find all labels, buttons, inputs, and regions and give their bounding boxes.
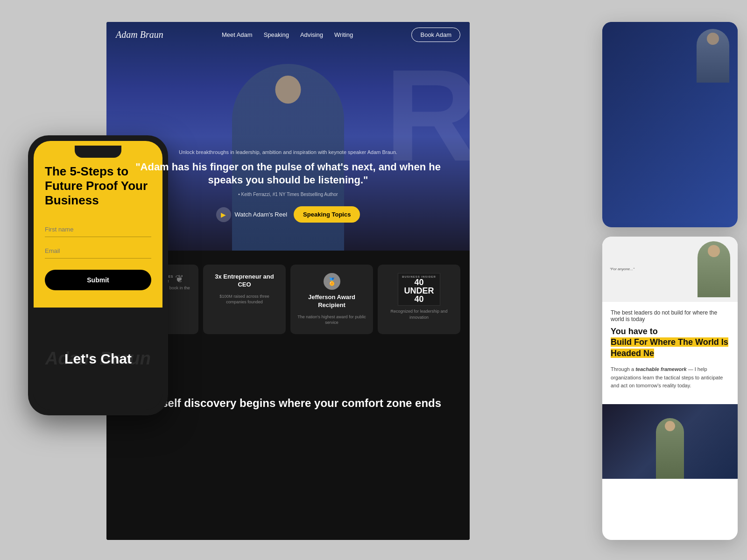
right-bottom-image: "For anyone..."	[602, 237, 738, 302]
bottom-quote: True self discovery begins where your co…	[125, 395, 451, 411]
stage-speaker-wrap	[656, 418, 684, 479]
right-bottom-subtitle: The best leaders do not build for where …	[611, 309, 729, 322]
hero-quote: "Adam has his finger on the pulse of wha…	[134, 161, 442, 187]
play-icon: ▶	[216, 207, 231, 222]
phone-email-input[interactable]	[45, 244, 151, 259]
entrepreneur-subtitle: $100M raised across three companies foun…	[210, 294, 279, 305]
nav-speaking[interactable]: Speaking	[264, 31, 289, 38]
right-panel-bottom: "For anyone..." The best leaders do not …	[602, 237, 738, 540]
hero-tagline: Unlock breakthroughs in leadership, ambi…	[134, 149, 442, 155]
right-bottom-image2: brn	[602, 404, 738, 479]
phone-submit-button[interactable]: Submit	[45, 270, 151, 290]
speaking-topics-button[interactable]: Speaking Topics	[294, 206, 360, 223]
hero-section: R Unlock breakthroughs in leadership, am…	[106, 22, 470, 251]
achievement-forty: BUSINESS INSIDER 40UNDER40 Recognized fo…	[378, 265, 460, 334]
jefferson-title: Jefferson Award Recipient	[297, 294, 366, 309]
achievement-entrepreneur: 3x Entrepreneur and CEO $100M raised acr…	[203, 265, 286, 334]
right-bottom-heading: You have to Build For Where The World Is…	[611, 326, 729, 359]
forty-badge: BUSINESS INSIDER 40UNDER40	[398, 273, 440, 306]
achievement-jefferson: 🏅 Jefferson Award Recipient The nation's…	[290, 265, 373, 334]
right-bottom-content: The best leaders do not build for where …	[602, 302, 738, 404]
right-bottom-quote-area: "For anyone..."	[610, 266, 698, 272]
heading-highlight: Build For Where The World Is Headed Ne	[611, 337, 728, 357]
book-button[interactable]: Book Adam	[411, 28, 460, 42]
reel-label: Watch Adam's Reel	[235, 211, 288, 218]
heading-line1: You have to	[611, 327, 658, 336]
nav-writing[interactable]: Writing	[334, 31, 353, 38]
hero-head	[275, 76, 301, 104]
right-panel-top: Adam's speeches have reached over 3 mill…	[602, 22, 738, 227]
phone-first-name-input[interactable]	[45, 222, 151, 237]
speaker-stage-head	[665, 421, 675, 431]
entrepreneur-title: 3x Entrepreneur and CEO	[210, 273, 279, 289]
right-top-image	[602, 22, 738, 83]
medal-icon: 🏅	[324, 273, 340, 290]
right-top-figure-wrap	[602, 22, 738, 83]
hero-attribution: • Keith Ferrazzi, #1 NY Times Bestsellin…	[134, 192, 442, 197]
navbar: Adam Braun Meet Adam Speaking Advising W…	[106, 22, 470, 48]
speaker-stage	[656, 418, 684, 479]
forty-text: 40UNDER40	[402, 278, 436, 303]
phone-dark-section: Adam Braun Let's Chat	[34, 308, 162, 410]
right-bottom-para: Through a teachable framework — I help o…	[611, 365, 729, 390]
forty-subtitle: Recognized for leadership and innovation	[384, 308, 454, 320]
phone-chat-text: Let's Chat	[64, 351, 132, 367]
nav-meet-adam[interactable]: Meet Adam	[222, 31, 253, 38]
nav-links: Meet Adam Speaking Advising Writing	[222, 31, 353, 38]
right-bottom-speaker	[698, 241, 730, 297]
right-bottom-head	[708, 245, 720, 257]
site-logo: Adam Braun	[116, 29, 163, 40]
jefferson-subtitle: The nation's highest award for public se…	[297, 314, 366, 326]
right-speaker-body	[697, 29, 729, 83]
hero-content: Unlock breakthroughs in leadership, ambi…	[106, 149, 470, 223]
nav-advising[interactable]: Advising	[300, 31, 323, 38]
phone-notch	[75, 146, 121, 158]
right-speaker-head	[707, 33, 719, 45]
hero-buttons: ▶ Watch Adam's Reel Speaking Topics	[134, 206, 442, 223]
watch-reel-button[interactable]: ▶ Watch Adam's Reel	[216, 207, 288, 222]
